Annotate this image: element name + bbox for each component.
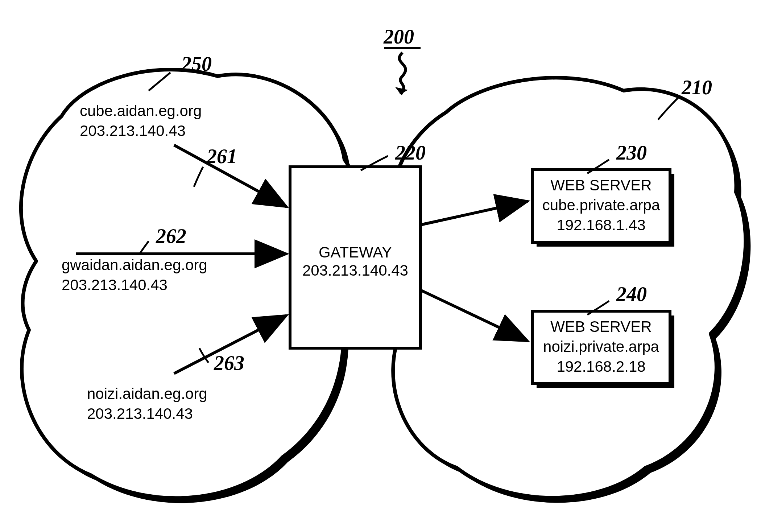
- server2-title: WEB SERVER: [550, 318, 652, 335]
- host2-ip: 203.213.140.43: [62, 276, 167, 293]
- server1-host: cube.private.arpa: [542, 197, 660, 214]
- server2-host: noizi.private.arpa: [543, 338, 659, 355]
- host3-ip: 203.213.140.43: [87, 405, 193, 422]
- web-server-1: WEB SERVER cube.private.arpa 192.168.1.4…: [532, 170, 674, 247]
- arrow3-ref: 263: [214, 352, 244, 374]
- arrow2-ref: 262: [156, 225, 186, 247]
- figure-ref-label: 200: [383, 25, 414, 48]
- diagram-canvas: 200 250 210 GATEWAY 203.213.140.43 220 W…: [0, 0, 761, 532]
- svg-marker-2: [395, 87, 408, 94]
- server1-ip: 192.168.1.43: [557, 216, 645, 234]
- left-cloud-ref: 250: [181, 53, 212, 75]
- arrow1-ref: 261: [206, 145, 237, 168]
- figure-ref: 200: [383, 25, 421, 94]
- server1-ref: 230: [616, 141, 647, 164]
- host3-name: noizi.aidan.eg.org: [87, 385, 207, 402]
- host1-ip: 203.213.140.43: [80, 122, 186, 139]
- right-cloud: [388, 78, 750, 503]
- gateway-ip: 203.213.140.43: [302, 262, 408, 279]
- server2-ref: 240: [616, 283, 647, 305]
- host1-name: cube.aidan.eg.org: [80, 102, 202, 119]
- host2-name: gwaidan.aidan.eg.org: [62, 256, 207, 273]
- gateway-node: GATEWAY 203.213.140.43: [290, 167, 421, 348]
- server1-title: WEB SERVER: [550, 177, 652, 194]
- gateway-title: GATEWAY: [319, 244, 392, 261]
- gateway-ref: 220: [395, 141, 426, 164]
- web-server-2: WEB SERVER noizi.private.arpa 192.168.2.…: [532, 311, 674, 388]
- right-cloud-ref: 210: [681, 76, 712, 99]
- server2-ip: 192.168.2.18: [557, 358, 645, 375]
